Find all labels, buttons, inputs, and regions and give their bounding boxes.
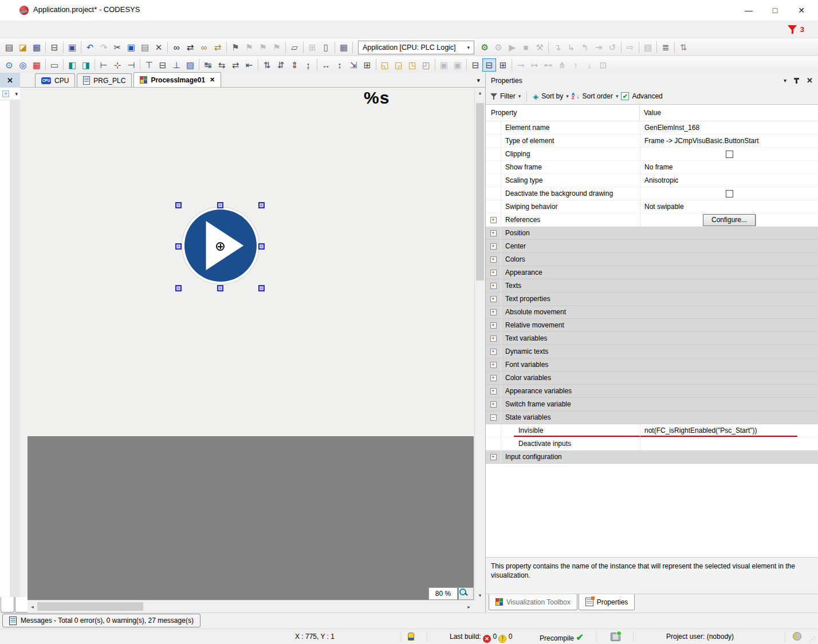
property-value-cell[interactable]: Configure... Configure... [640, 214, 818, 226]
new-project-icon[interactable]: ▤ [2, 41, 16, 54]
replace-icon[interactable]: ⇄ [183, 41, 197, 54]
property-row[interactable]: + Position [486, 227, 818, 240]
increase-vertical-space-icon[interactable]: ⇵ [274, 58, 288, 72]
selection-handle-ne[interactable] [258, 202, 265, 208]
cut-icon[interactable]: ✂ [111, 41, 124, 54]
expander-icon[interactable]: + [490, 388, 497, 394]
property-expander-cell[interactable] [486, 135, 501, 147]
property-value-cell[interactable] [640, 227, 818, 239]
start-icon[interactable]: ▶ [505, 41, 519, 54]
property-expander-cell[interactable] [486, 187, 501, 200]
property-value-cell[interactable] [640, 332, 818, 345]
checkbox-checked-icon[interactable]: ✔ [621, 92, 629, 100]
property-row[interactable]: Element name GenElemInst_168 GenElemInst… [486, 121, 818, 135]
filter-button[interactable]: Filter ▾ [490, 92, 521, 100]
selection-handle-sw[interactable] [175, 285, 182, 291]
property-value-cell[interactable] [640, 345, 818, 358]
panel-menu-dropdown-icon[interactable]: ▾ [784, 77, 786, 84]
scroll-right-icon[interactable]: ▸ [464, 600, 474, 613]
property-expander-cell[interactable] [486, 161, 501, 173]
step-into-icon[interactable]: ↳ [564, 41, 578, 54]
zoom-menu-button[interactable] [458, 587, 474, 600]
anchor-horizontal-icon[interactable]: ◧ [65, 58, 79, 72]
scroll-up-icon[interactable]: ▴ [475, 88, 485, 97]
property-row[interactable]: + Dynamic texts [486, 345, 818, 358]
find-in-project-icon[interactable]: ∞ [197, 41, 211, 54]
chevron-down-icon[interactable]: ▾ [15, 91, 18, 97]
property-expander-cell[interactable]: + [486, 293, 501, 305]
vertical-scrollbar[interactable]: ▴ ▾ [474, 88, 485, 600]
property-expander-cell[interactable]: + [486, 385, 501, 397]
property-row[interactable]: + Switch frame variable [486, 398, 818, 411]
property-row[interactable]: + Appearance [486, 266, 818, 279]
decrease-horizontal-space-icon[interactable]: ⇄ [229, 58, 242, 72]
property-value-text[interactable]: GenElemInst_168 [644, 124, 699, 132]
property-expander-cell[interactable] [486, 424, 501, 437]
property-expander-cell[interactable]: + [486, 345, 501, 358]
run-to-cursor-icon[interactable]: ⇥ [592, 41, 605, 54]
expander-icon[interactable]: + [490, 296, 497, 302]
horizontal-scroll-thumb[interactable] [37, 602, 143, 611]
sort-order-button[interactable]: ↓ Sort order ▾ [572, 92, 619, 100]
property-value-cell[interactable] [640, 148, 818, 160]
property-row[interactable]: Scaling type Anisotropic Anisotropic [486, 174, 818, 187]
property-row[interactable]: + References Configure... Configure... [486, 214, 818, 227]
watch-list-icon[interactable]: ≣ [659, 41, 673, 54]
make-same-height-icon[interactable]: ↕ [333, 58, 347, 72]
align-right-icon[interactable]: ⊣ [124, 58, 138, 72]
expander-icon[interactable]: + [490, 230, 497, 236]
property-row[interactable]: Invisible not(FC_isRightEnabled("Psc_Sta… [486, 424, 818, 437]
align-left-icon[interactable]: ⊢ [97, 58, 111, 72]
next-bookmark-icon[interactable]: ⚑ [256, 41, 270, 54]
align-bottom-icon[interactable]: ⊥ [170, 58, 183, 72]
editor-tab[interactable]: ProcessImage01 ✕ [133, 72, 221, 87]
align-center-icon[interactable]: ⊹ [111, 58, 124, 72]
page-setup-icon[interactable]: ▯ [319, 41, 333, 54]
property-value-cell[interactable] [640, 398, 818, 410]
expander-icon[interactable]: + [490, 256, 497, 263]
expander-icon[interactable]: + [490, 401, 497, 408]
selection-handle-w[interactable] [175, 243, 182, 250]
distribute-vertical-icon[interactable]: ⇅ [260, 58, 274, 72]
expander-icon[interactable]: + [490, 243, 497, 250]
selection-handle-s[interactable] [217, 285, 223, 291]
maximize-button[interactable]: □ [762, 0, 788, 21]
sort-by-button[interactable]: ◈ Sort by ▾ [533, 92, 569, 101]
expander-icon[interactable]: + [490, 283, 497, 289]
expander-icon[interactable]: + [490, 375, 497, 381]
expander-icon[interactable]: + [490, 217, 497, 223]
property-value-cell[interactable] [640, 372, 818, 384]
property-row[interactable]: + Text properties [486, 293, 818, 306]
property-row[interactable]: Swiping behavior Not swipable Not swipab… [486, 200, 818, 214]
clear-bookmarks-icon[interactable]: ⚑ [270, 41, 284, 54]
remove-horizontal-space-icon[interactable]: ⇤ [242, 58, 256, 72]
toggle-bookmark-icon[interactable]: ⚑ [229, 41, 242, 54]
property-row[interactable]: Deactivate inputs [486, 437, 818, 451]
increase-horizontal-space-icon[interactable]: ⇆ [215, 58, 229, 72]
property-expander-cell[interactable]: + [486, 372, 501, 384]
text-placeholder-element[interactable]: %s [364, 88, 390, 108]
property-row[interactable]: Type of element Frame -> JCmpVisuBasic.B… [486, 135, 818, 148]
property-row[interactable]: Clipping [486, 148, 818, 161]
next-statement-icon[interactable]: ⇨ [623, 41, 637, 54]
configure-button[interactable]: Configure... [703, 214, 756, 226]
close-button[interactable]: ✕ [788, 0, 815, 21]
send-backward-icon[interactable]: ◳ [406, 58, 419, 72]
previous-bookmark-icon[interactable]: ⚑ [242, 41, 256, 54]
tab-close-icon[interactable]: ✕ [210, 76, 215, 84]
align-top-icon[interactable]: ⊤ [142, 58, 156, 72]
property-expander-cell[interactable] [486, 148, 501, 160]
property-expander-cell[interactable]: − [486, 411, 501, 424]
negate-output-icon[interactable]: ⊷ [541, 58, 555, 72]
tab-list-dropdown-icon[interactable]: ▾ [477, 77, 480, 84]
property-value-cell[interactable] [640, 319, 818, 331]
property-value-cell[interactable]: GenElemInst_168 GenElemInst_168 [640, 121, 818, 134]
rotation-center-icon[interactable] [216, 242, 225, 251]
property-row[interactable]: + Font variables [486, 358, 818, 372]
property-value-cell[interactable]: Not swipable Not swipable [640, 200, 818, 213]
property-row[interactable]: + Input configuration [486, 451, 818, 464]
copy-icon[interactable]: ▣ [124, 41, 138, 54]
editor-tab[interactable]: PRG_PLC ✕ [77, 73, 132, 87]
property-column-header[interactable]: Property [486, 109, 639, 117]
send-to-back-icon[interactable]: ◰ [419, 58, 433, 72]
